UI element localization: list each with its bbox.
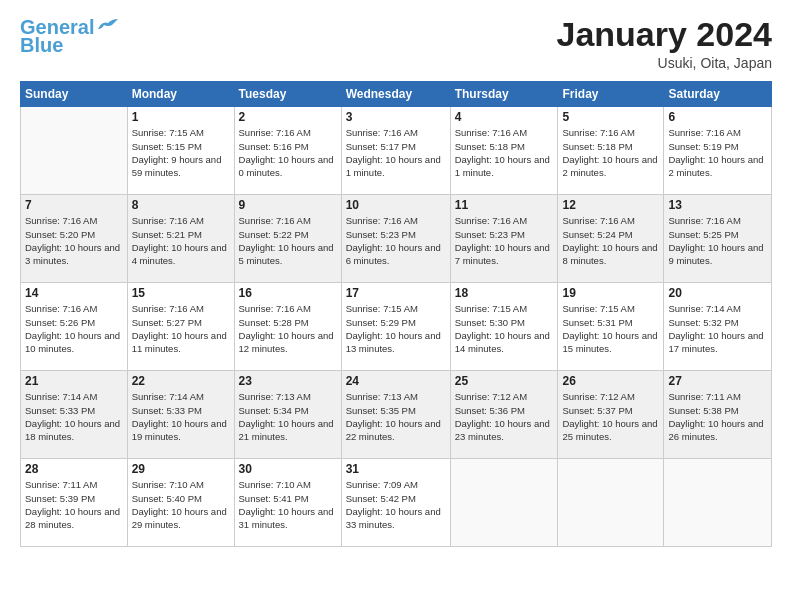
day-number: 31 bbox=[346, 462, 446, 476]
day-info: Sunrise: 7:16 AMSunset: 5:18 PMDaylight:… bbox=[562, 126, 659, 179]
day-number: 13 bbox=[668, 198, 767, 212]
day-number: 25 bbox=[455, 374, 554, 388]
day-info: Sunrise: 7:10 AMSunset: 5:40 PMDaylight:… bbox=[132, 478, 230, 531]
weekday-header: Wednesday bbox=[341, 82, 450, 107]
calendar-day-cell bbox=[21, 107, 128, 195]
weekday-header: Tuesday bbox=[234, 82, 341, 107]
calendar-day-cell: 21Sunrise: 7:14 AMSunset: 5:33 PMDayligh… bbox=[21, 371, 128, 459]
calendar-day-cell: 19Sunrise: 7:15 AMSunset: 5:31 PMDayligh… bbox=[558, 283, 664, 371]
day-number: 1 bbox=[132, 110, 230, 124]
day-number: 20 bbox=[668, 286, 767, 300]
calendar-day-cell: 16Sunrise: 7:16 AMSunset: 5:28 PMDayligh… bbox=[234, 283, 341, 371]
day-number: 26 bbox=[562, 374, 659, 388]
calendar-day-cell: 18Sunrise: 7:15 AMSunset: 5:30 PMDayligh… bbox=[450, 283, 558, 371]
day-info: Sunrise: 7:14 AMSunset: 5:33 PMDaylight:… bbox=[132, 390, 230, 443]
calendar-table: SundayMondayTuesdayWednesdayThursdayFrid… bbox=[20, 81, 772, 547]
title-section: January 2024 Usuki, Oita, Japan bbox=[557, 16, 773, 71]
calendar-day-cell: 15Sunrise: 7:16 AMSunset: 5:27 PMDayligh… bbox=[127, 283, 234, 371]
day-number: 16 bbox=[239, 286, 337, 300]
day-number: 29 bbox=[132, 462, 230, 476]
day-info: Sunrise: 7:12 AMSunset: 5:36 PMDaylight:… bbox=[455, 390, 554, 443]
calendar-day-cell: 10Sunrise: 7:16 AMSunset: 5:23 PMDayligh… bbox=[341, 195, 450, 283]
day-info: Sunrise: 7:16 AMSunset: 5:22 PMDaylight:… bbox=[239, 214, 337, 267]
day-number: 11 bbox=[455, 198, 554, 212]
calendar-day-cell: 22Sunrise: 7:14 AMSunset: 5:33 PMDayligh… bbox=[127, 371, 234, 459]
calendar-day-cell: 20Sunrise: 7:14 AMSunset: 5:32 PMDayligh… bbox=[664, 283, 772, 371]
day-number: 14 bbox=[25, 286, 123, 300]
location: Usuki, Oita, Japan bbox=[557, 55, 773, 71]
day-number: 23 bbox=[239, 374, 337, 388]
day-info: Sunrise: 7:10 AMSunset: 5:41 PMDaylight:… bbox=[239, 478, 337, 531]
day-info: Sunrise: 7:16 AMSunset: 5:26 PMDaylight:… bbox=[25, 302, 123, 355]
day-info: Sunrise: 7:09 AMSunset: 5:42 PMDaylight:… bbox=[346, 478, 446, 531]
day-info: Sunrise: 7:16 AMSunset: 5:23 PMDaylight:… bbox=[455, 214, 554, 267]
day-number: 18 bbox=[455, 286, 554, 300]
day-number: 2 bbox=[239, 110, 337, 124]
logo-bird-icon bbox=[96, 17, 118, 33]
calendar-day-cell: 31Sunrise: 7:09 AMSunset: 5:42 PMDayligh… bbox=[341, 459, 450, 547]
weekday-header: Sunday bbox=[21, 82, 128, 107]
day-info: Sunrise: 7:16 AMSunset: 5:27 PMDaylight:… bbox=[132, 302, 230, 355]
day-number: 21 bbox=[25, 374, 123, 388]
day-info: Sunrise: 7:13 AMSunset: 5:35 PMDaylight:… bbox=[346, 390, 446, 443]
calendar-day-cell: 3Sunrise: 7:16 AMSunset: 5:17 PMDaylight… bbox=[341, 107, 450, 195]
day-number: 5 bbox=[562, 110, 659, 124]
calendar-day-cell: 11Sunrise: 7:16 AMSunset: 5:23 PMDayligh… bbox=[450, 195, 558, 283]
day-info: Sunrise: 7:16 AMSunset: 5:18 PMDaylight:… bbox=[455, 126, 554, 179]
weekday-header: Monday bbox=[127, 82, 234, 107]
calendar-day-cell: 14Sunrise: 7:16 AMSunset: 5:26 PMDayligh… bbox=[21, 283, 128, 371]
weekday-header: Friday bbox=[558, 82, 664, 107]
day-number: 9 bbox=[239, 198, 337, 212]
logo: General Blue bbox=[20, 16, 118, 56]
day-number: 19 bbox=[562, 286, 659, 300]
day-number: 10 bbox=[346, 198, 446, 212]
day-number: 15 bbox=[132, 286, 230, 300]
calendar-day-cell: 27Sunrise: 7:11 AMSunset: 5:38 PMDayligh… bbox=[664, 371, 772, 459]
day-info: Sunrise: 7:13 AMSunset: 5:34 PMDaylight:… bbox=[239, 390, 337, 443]
calendar-day-cell: 2Sunrise: 7:16 AMSunset: 5:16 PMDaylight… bbox=[234, 107, 341, 195]
day-info: Sunrise: 7:16 AMSunset: 5:17 PMDaylight:… bbox=[346, 126, 446, 179]
calendar-day-cell bbox=[558, 459, 664, 547]
calendar-week-row: 28Sunrise: 7:11 AMSunset: 5:39 PMDayligh… bbox=[21, 459, 772, 547]
day-info: Sunrise: 7:11 AMSunset: 5:38 PMDaylight:… bbox=[668, 390, 767, 443]
day-info: Sunrise: 7:16 AMSunset: 5:16 PMDaylight:… bbox=[239, 126, 337, 179]
calendar-day-cell: 29Sunrise: 7:10 AMSunset: 5:40 PMDayligh… bbox=[127, 459, 234, 547]
calendar-day-cell: 30Sunrise: 7:10 AMSunset: 5:41 PMDayligh… bbox=[234, 459, 341, 547]
day-info: Sunrise: 7:16 AMSunset: 5:20 PMDaylight:… bbox=[25, 214, 123, 267]
calendar-day-cell: 5Sunrise: 7:16 AMSunset: 5:18 PMDaylight… bbox=[558, 107, 664, 195]
day-info: Sunrise: 7:14 AMSunset: 5:33 PMDaylight:… bbox=[25, 390, 123, 443]
day-info: Sunrise: 7:16 AMSunset: 5:21 PMDaylight:… bbox=[132, 214, 230, 267]
calendar-day-cell: 13Sunrise: 7:16 AMSunset: 5:25 PMDayligh… bbox=[664, 195, 772, 283]
calendar-day-cell: 4Sunrise: 7:16 AMSunset: 5:18 PMDaylight… bbox=[450, 107, 558, 195]
day-number: 22 bbox=[132, 374, 230, 388]
calendar-week-row: 7Sunrise: 7:16 AMSunset: 5:20 PMDaylight… bbox=[21, 195, 772, 283]
logo-blue: Blue bbox=[20, 34, 63, 56]
day-number: 27 bbox=[668, 374, 767, 388]
calendar-day-cell bbox=[664, 459, 772, 547]
day-info: Sunrise: 7:16 AMSunset: 5:24 PMDaylight:… bbox=[562, 214, 659, 267]
day-info: Sunrise: 7:11 AMSunset: 5:39 PMDaylight:… bbox=[25, 478, 123, 531]
day-number: 6 bbox=[668, 110, 767, 124]
calendar-day-cell: 9Sunrise: 7:16 AMSunset: 5:22 PMDaylight… bbox=[234, 195, 341, 283]
day-number: 17 bbox=[346, 286, 446, 300]
day-info: Sunrise: 7:15 AMSunset: 5:30 PMDaylight:… bbox=[455, 302, 554, 355]
calendar-day-cell: 26Sunrise: 7:12 AMSunset: 5:37 PMDayligh… bbox=[558, 371, 664, 459]
day-info: Sunrise: 7:16 AMSunset: 5:25 PMDaylight:… bbox=[668, 214, 767, 267]
calendar-day-cell: 1Sunrise: 7:15 AMSunset: 5:15 PMDaylight… bbox=[127, 107, 234, 195]
calendar-week-row: 1Sunrise: 7:15 AMSunset: 5:15 PMDaylight… bbox=[21, 107, 772, 195]
day-info: Sunrise: 7:12 AMSunset: 5:37 PMDaylight:… bbox=[562, 390, 659, 443]
day-number: 7 bbox=[25, 198, 123, 212]
month-title: January 2024 bbox=[557, 16, 773, 53]
day-number: 30 bbox=[239, 462, 337, 476]
day-number: 28 bbox=[25, 462, 123, 476]
calendar-day-cell: 6Sunrise: 7:16 AMSunset: 5:19 PMDaylight… bbox=[664, 107, 772, 195]
calendar-page: General Blue January 2024 Usuki, Oita, J… bbox=[0, 0, 792, 612]
calendar-day-cell: 12Sunrise: 7:16 AMSunset: 5:24 PMDayligh… bbox=[558, 195, 664, 283]
day-number: 3 bbox=[346, 110, 446, 124]
calendar-day-cell: 8Sunrise: 7:16 AMSunset: 5:21 PMDaylight… bbox=[127, 195, 234, 283]
day-number: 24 bbox=[346, 374, 446, 388]
calendar-day-cell: 24Sunrise: 7:13 AMSunset: 5:35 PMDayligh… bbox=[341, 371, 450, 459]
page-header: General Blue January 2024 Usuki, Oita, J… bbox=[20, 16, 772, 71]
day-info: Sunrise: 7:16 AMSunset: 5:23 PMDaylight:… bbox=[346, 214, 446, 267]
calendar-day-cell: 23Sunrise: 7:13 AMSunset: 5:34 PMDayligh… bbox=[234, 371, 341, 459]
